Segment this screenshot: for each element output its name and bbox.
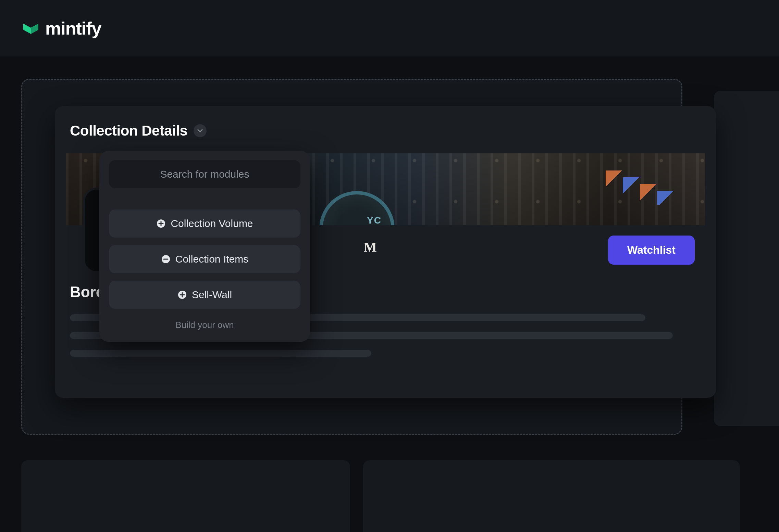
plus-circle-icon	[177, 290, 187, 300]
collapse-toggle[interactable]	[194, 124, 207, 137]
bottom-panel-right	[363, 460, 740, 532]
banner-emblem	[319, 191, 395, 225]
brand-logo-icon	[21, 19, 40, 38]
module-option-label: Collection Items	[175, 253, 248, 265]
banner-flags	[606, 164, 695, 205]
module-option-sell-wall[interactable]: Sell-Wall	[109, 281, 300, 309]
skeleton-line	[70, 350, 371, 357]
card-header: Collection Details	[66, 123, 705, 139]
module-option-label: Sell-Wall	[192, 289, 232, 301]
module-option-collection-volume[interactable]: Collection Volume	[109, 210, 300, 238]
module-option-collection-items[interactable]: Collection Items	[109, 245, 300, 273]
brand-name: mintify	[45, 18, 101, 39]
side-panel-placeholder	[714, 91, 779, 426]
workspace: Collection Details	[0, 56, 779, 532]
minus-circle-icon	[161, 254, 171, 264]
collection-details-card: Collection Details	[55, 106, 716, 398]
card-title: Collection Details	[70, 123, 187, 139]
module-search-input[interactable]	[109, 160, 300, 188]
watchlist-button[interactable]: Watchlist	[608, 236, 695, 265]
module-picker-popover: Collection Volume Collection Items Sell-…	[99, 151, 310, 342]
chevron-down-icon	[197, 127, 203, 134]
build-your-own-link[interactable]: Build your own	[109, 316, 300, 332]
club-label-fragment: M	[364, 239, 378, 255]
app-header: mintify	[0, 0, 779, 56]
brand-logo[interactable]: mintify	[21, 18, 101, 39]
bottom-panel-left	[21, 460, 350, 532]
module-option-label: Collection Volume	[171, 218, 253, 229]
plus-circle-icon	[156, 219, 166, 228]
